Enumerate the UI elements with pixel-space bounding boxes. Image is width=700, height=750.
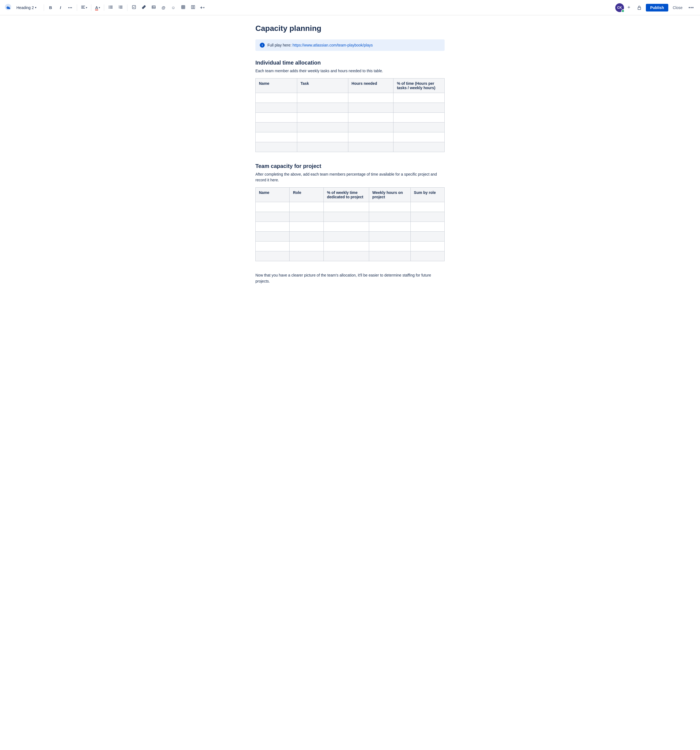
table-cell[interactable] <box>256 222 290 232</box>
table-cell[interactable] <box>256 132 297 142</box>
layout-button[interactable] <box>189 3 197 12</box>
color-button[interactable]: A ▾ <box>94 3 102 12</box>
svg-point-7 <box>109 8 109 9</box>
table-row[interactable] <box>256 142 445 152</box>
task-button[interactable] <box>130 3 138 12</box>
table-cell[interactable] <box>290 222 324 232</box>
table-cell[interactable] <box>369 212 410 222</box>
table-cell[interactable] <box>393 142 445 152</box>
table-cell[interactable] <box>256 241 290 251</box>
image-button[interactable] <box>149 3 158 12</box>
table-cell[interactable] <box>348 123 393 132</box>
bullet-list-button[interactable] <box>106 3 115 12</box>
color-chevron: ▾ <box>99 6 100 9</box>
table-row[interactable] <box>256 113 445 123</box>
task-icon <box>132 5 136 10</box>
avatar[interactable]: CK + <box>615 3 633 12</box>
table-icon <box>181 5 186 10</box>
table-cell[interactable] <box>256 251 290 261</box>
table-cell[interactable] <box>410 241 444 251</box>
table-cell[interactable] <box>348 93 393 103</box>
table-row[interactable] <box>256 232 445 241</box>
italic-button[interactable]: I <box>56 3 65 12</box>
table-cell[interactable] <box>369 251 410 261</box>
table-cell[interactable] <box>393 132 445 142</box>
more-format-button[interactable]: ••• <box>66 3 75 12</box>
table-cell[interactable] <box>256 232 290 241</box>
table-cell[interactable] <box>393 103 445 113</box>
bold-button[interactable]: B <box>46 3 55 12</box>
link-button[interactable] <box>140 3 148 12</box>
table-cell[interactable] <box>297 123 348 132</box>
table-row[interactable] <box>256 202 445 212</box>
table-button[interactable] <box>179 3 187 12</box>
table-cell[interactable] <box>256 123 297 132</box>
table-cell[interactable] <box>348 142 393 152</box>
table-cell[interactable] <box>410 202 444 212</box>
content-area: Capacity planning i Full play here: http… <box>249 15 451 306</box>
table-cell[interactable] <box>348 113 393 123</box>
table-cell[interactable] <box>348 103 393 113</box>
add-collaborator-button[interactable]: + <box>625 4 633 11</box>
align-button[interactable]: ▾ <box>79 3 89 12</box>
lock-button[interactable] <box>635 3 644 12</box>
table-cell[interactable] <box>256 142 297 152</box>
heading-style-select[interactable]: Heading 2 ▾ <box>14 5 41 11</box>
table-cell[interactable] <box>410 222 444 232</box>
info-link[interactable]: https://www.atlassian.com/team-playbook/… <box>293 43 373 47</box>
table-cell[interactable] <box>348 132 393 142</box>
publish-button[interactable]: Publish <box>646 4 669 11</box>
table-cell[interactable] <box>297 142 348 152</box>
table-cell[interactable] <box>393 113 445 123</box>
table-cell[interactable] <box>256 113 297 123</box>
table-cell[interactable] <box>297 93 348 103</box>
user-avatar[interactable]: CK <box>615 3 624 12</box>
table-row[interactable] <box>256 212 445 222</box>
table-cell[interactable] <box>324 212 369 222</box>
table-cell[interactable] <box>393 123 445 132</box>
table-row[interactable] <box>256 103 445 113</box>
table-row[interactable] <box>256 241 445 251</box>
table-cell[interactable] <box>410 232 444 241</box>
table-cell[interactable] <box>256 202 290 212</box>
table-cell[interactable] <box>410 251 444 261</box>
table-cell[interactable] <box>324 241 369 251</box>
table-cell[interactable] <box>290 232 324 241</box>
close-button[interactable]: Close <box>671 4 685 11</box>
svg-point-3 <box>109 6 109 6</box>
table-row[interactable] <box>256 251 445 261</box>
table-cell[interactable] <box>290 241 324 251</box>
table-cell[interactable] <box>369 202 410 212</box>
numbered-list-button[interactable]: 1. 2. 3. <box>116 3 125 12</box>
table-cell[interactable] <box>256 93 297 103</box>
page-title[interactable]: Capacity planning <box>255 24 445 33</box>
table-cell[interactable] <box>290 212 324 222</box>
table-cell[interactable] <box>256 103 297 113</box>
more-inserts-button[interactable]: + ▾ <box>198 3 206 12</box>
more-options-button[interactable]: ••• <box>687 3 695 12</box>
svg-rect-14 <box>120 8 123 8</box>
table-row[interactable] <box>256 123 445 132</box>
table-cell[interactable] <box>369 241 410 251</box>
avatar-initials: CK <box>617 6 622 9</box>
table-cell[interactable] <box>324 232 369 241</box>
mention-button[interactable]: @ <box>159 3 168 12</box>
table-row[interactable] <box>256 93 445 103</box>
table-cell[interactable] <box>256 212 290 222</box>
table-cell[interactable] <box>369 222 410 232</box>
table-cell[interactable] <box>324 251 369 261</box>
table-cell[interactable] <box>297 113 348 123</box>
table-cell[interactable] <box>297 132 348 142</box>
table-cell[interactable] <box>324 222 369 232</box>
table-cell[interactable] <box>410 212 444 222</box>
table-cell[interactable] <box>297 103 348 113</box>
table-row[interactable] <box>256 222 445 232</box>
heading-select-chevron: ▾ <box>35 6 36 9</box>
table-cell[interactable] <box>369 232 410 241</box>
table-cell[interactable] <box>290 202 324 212</box>
table-cell[interactable] <box>290 251 324 261</box>
emoji-button[interactable]: ☺ <box>169 3 178 12</box>
table-cell[interactable] <box>393 93 445 103</box>
table-row[interactable] <box>256 132 445 142</box>
table-cell[interactable] <box>324 202 369 212</box>
